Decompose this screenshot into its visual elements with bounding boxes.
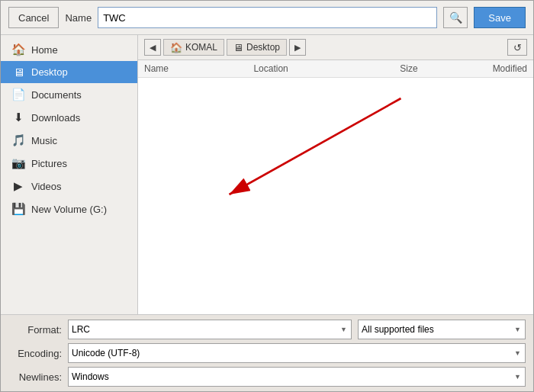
desktop-icon: 🖥 bbox=[11, 66, 25, 79]
middle-area: 🏠 Home 🖥 Desktop 📄 Documents ⬇ Downloads… bbox=[1, 35, 533, 314]
save-button[interactable]: Save bbox=[474, 7, 526, 28]
top-bar: Cancel Name 🔍 Save bbox=[1, 1, 533, 35]
sidebar: 🏠 Home 🖥 Desktop 📄 Documents ⬇ Downloads… bbox=[1, 35, 138, 314]
sidebar-item-music[interactable]: 🎵 Music bbox=[1, 129, 137, 152]
filter-select[interactable]: All supported files All files bbox=[358, 320, 526, 339]
sidebar-item-label: Videos bbox=[31, 181, 62, 192]
sidebar-item-pictures[interactable]: 📷 Pictures bbox=[1, 152, 137, 175]
search-button[interactable]: 🔍 bbox=[443, 7, 468, 28]
encoding-select-wrapper: Unicode (UTF-8) UTF-16 ASCII ISO-8859-1 bbox=[68, 343, 526, 363]
main-content: ◀ 🏠 KOMAL 🖥 Desktop ▶ ↺ bbox=[138, 35, 533, 314]
sidebar-item-label: Music bbox=[31, 135, 57, 146]
refresh-button[interactable]: ↺ bbox=[507, 39, 527, 56]
breadcrumb-desktop-label: Desktop bbox=[246, 42, 280, 53]
pictures-icon: 📷 bbox=[11, 156, 25, 170]
breadcrumb-bar: ◀ 🏠 KOMAL 🖥 Desktop ▶ ↺ bbox=[138, 35, 533, 60]
format-row: Format: LRC SRT TXT ASS SSA All supporte… bbox=[8, 320, 526, 339]
sidebar-item-home[interactable]: 🏠 Home bbox=[1, 38, 137, 61]
encoding-row: Encoding: Unicode (UTF-8) UTF-16 ASCII I… bbox=[8, 343, 526, 363]
sidebar-item-label: Desktop bbox=[31, 66, 68, 78]
newlines-select-wrapper: Windows Unix Mac bbox=[68, 367, 526, 387]
svg-line-1 bbox=[230, 98, 401, 194]
encoding-label: Encoding: bbox=[8, 348, 62, 359]
sidebar-item-label: New Volume (G:) bbox=[31, 204, 107, 215]
sidebar-item-label: Downloads bbox=[31, 112, 80, 124]
file-list-body bbox=[138, 78, 533, 215]
forward-icon: ▶ bbox=[294, 43, 301, 53]
format-label: Format: bbox=[8, 324, 62, 336]
save-dialog: Cancel Name 🔍 Save 🏠 Home 🖥 Desktop 📄 Do… bbox=[0, 0, 534, 392]
bottom-bar: Format: LRC SRT TXT ASS SSA All supporte… bbox=[1, 314, 533, 391]
sidebar-item-new-volume[interactable]: 💾 New Volume (G:) bbox=[1, 198, 137, 220]
home-breadcrumb-icon: 🏠 bbox=[170, 42, 182, 53]
back-button[interactable]: ◀ bbox=[144, 39, 161, 56]
col-location-header: Location bbox=[253, 63, 362, 74]
breadcrumb-komal-label: KOMAL bbox=[185, 42, 217, 53]
filename-input[interactable] bbox=[98, 7, 437, 28]
file-list: Name Location Size Modified bbox=[138, 60, 533, 314]
col-modified-header: Modified bbox=[418, 63, 527, 74]
home-icon: 🏠 bbox=[11, 43, 25, 56]
downloads-icon: ⬇ bbox=[11, 111, 25, 124]
newlines-row: Newlines: Windows Unix Mac bbox=[8, 367, 526, 387]
forward-button[interactable]: ▶ bbox=[289, 39, 306, 56]
refresh-icon: ↺ bbox=[513, 42, 522, 53]
name-label: Name bbox=[65, 12, 92, 24]
encoding-select[interactable]: Unicode (UTF-8) UTF-16 ASCII ISO-8859-1 bbox=[68, 343, 526, 363]
format-select-wrapper: LRC SRT TXT ASS SSA bbox=[68, 320, 352, 339]
filter-select-wrapper: All supported files All files bbox=[358, 320, 526, 339]
music-icon: 🎵 bbox=[11, 133, 25, 147]
newlines-label: Newlines: bbox=[8, 371, 62, 383]
sidebar-item-videos[interactable]: ▶ Videos bbox=[1, 175, 137, 198]
back-icon: ◀ bbox=[150, 43, 156, 53]
volume-icon: 💾 bbox=[11, 202, 25, 216]
cancel-button[interactable]: Cancel bbox=[8, 7, 59, 28]
sidebar-item-label: Pictures bbox=[31, 158, 67, 169]
videos-icon: ▶ bbox=[11, 179, 25, 193]
newlines-select[interactable]: Windows Unix Mac bbox=[68, 367, 526, 387]
format-select[interactable]: LRC SRT TXT ASS SSA bbox=[68, 320, 352, 339]
breadcrumb-desktop[interactable]: 🖥 Desktop bbox=[227, 39, 287, 56]
col-name-header: Name bbox=[144, 63, 253, 74]
breadcrumb-komal[interactable]: 🏠 KOMAL bbox=[163, 39, 224, 56]
sidebar-item-documents[interactable]: 📄 Documents bbox=[1, 83, 137, 106]
file-list-header: Name Location Size Modified bbox=[138, 60, 533, 78]
sidebar-item-desktop[interactable]: 🖥 Desktop bbox=[1, 61, 137, 83]
sidebar-item-label: Documents bbox=[31, 89, 82, 101]
sidebar-item-label: Home bbox=[31, 44, 58, 56]
red-arrow bbox=[138, 78, 533, 215]
documents-icon: 📄 bbox=[11, 88, 25, 101]
sidebar-item-downloads[interactable]: ⬇ Downloads bbox=[1, 106, 137, 129]
desktop-breadcrumb-icon: 🖥 bbox=[233, 42, 243, 53]
search-icon: 🔍 bbox=[449, 11, 462, 24]
col-size-header: Size bbox=[363, 63, 418, 74]
